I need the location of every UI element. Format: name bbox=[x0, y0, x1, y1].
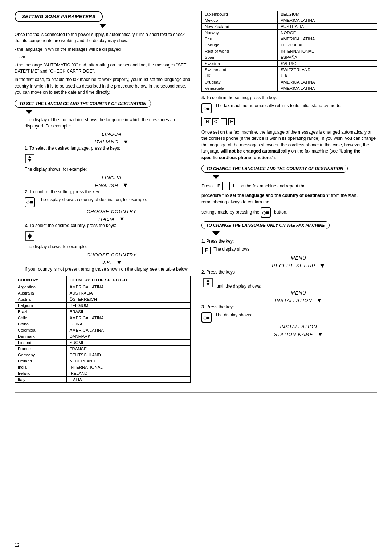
step-2: 2. To confirm the setting, press the key… bbox=[25, 189, 191, 194]
table-cell: DEUTSCHLAND bbox=[66, 352, 190, 358]
table-cell: Rest of world bbox=[202, 48, 278, 54]
display-recept-row: RECEPT. SET-UP ▼ bbox=[220, 262, 377, 270]
table-cell: NEDERLAND bbox=[66, 358, 190, 364]
table-cell: PORTUGAL bbox=[278, 42, 377, 48]
step-1-text: To select the desired language, press th… bbox=[29, 146, 120, 151]
change-step-1-num: 1. bbox=[201, 239, 205, 244]
display-station: STATION NAME bbox=[274, 332, 313, 337]
display-italiano: ITALIANO bbox=[94, 139, 118, 145]
table-cell: Ireland bbox=[15, 370, 67, 377]
table-cell: AMERICA LATINA bbox=[66, 327, 190, 333]
until-display-shows: until the display shows: bbox=[216, 284, 261, 289]
updown-keys3: until the display shows: bbox=[203, 278, 377, 289]
country-table-continued: LuxembourgBELGIUMMexicoAMERICA LATINANew… bbox=[201, 11, 377, 92]
updown-arrow-icon3 bbox=[203, 278, 213, 288]
table-cell: AUSTRALIA bbox=[278, 24, 377, 30]
table-row: New ZealandAUSTRALIA bbox=[202, 24, 377, 30]
arrow-right-icon: ▼ bbox=[123, 139, 129, 145]
table-cell: Argentina bbox=[15, 284, 67, 290]
table-row: VenezuelaAMERICA LATINA bbox=[202, 85, 377, 92]
set-lang-desc: The display of the fax machine shows the… bbox=[25, 117, 191, 130]
change-lang-only-section: To Change The Language Only On The Fax M… bbox=[201, 221, 377, 338]
table-row: FinlandSUOMI bbox=[15, 340, 191, 346]
note-text3: "). bbox=[272, 155, 276, 160]
change-step-3-num: 3. bbox=[201, 304, 205, 309]
display-country-label: The display shows a country of destinati… bbox=[38, 197, 147, 202]
arrow-right-icon6: ▼ bbox=[317, 297, 322, 304]
display-italia: ITALIA bbox=[98, 216, 115, 222]
section-arrow bbox=[99, 24, 106, 28]
table-cell: Chile bbox=[15, 315, 67, 321]
table-cell: AUSTRALIA bbox=[66, 290, 190, 296]
step3-diamond-icon: ◇■ bbox=[203, 315, 210, 320]
plus-text: + bbox=[225, 183, 228, 189]
arrow-right-icon3: ▼ bbox=[119, 216, 125, 222]
svg-rect-6 bbox=[204, 278, 212, 287]
change-lang-country-press: Press F + I on the fax machine and repea… bbox=[201, 182, 377, 190]
f-key-row: F The display shows: bbox=[201, 247, 377, 254]
set-lang-country-header: To set the language and the country of d… bbox=[15, 100, 151, 108]
table-cell: BRASIL bbox=[66, 309, 190, 315]
display-menu2: MENU bbox=[220, 290, 377, 296]
table-cell: Spain bbox=[202, 54, 278, 61]
table-row: PeruAMERICA LATINA bbox=[202, 36, 377, 42]
intro-p1: Once the fax is connected to the power s… bbox=[15, 32, 191, 44]
step3-confirm-icon: ◇■ bbox=[201, 312, 212, 323]
settings-confirm-icon: ◇■ bbox=[261, 207, 271, 218]
display-uk-row: U.K. ▼ bbox=[33, 259, 191, 266]
table-cell: SUOMI bbox=[66, 340, 190, 346]
table-cell: BELGIUM bbox=[66, 303, 190, 309]
change-lang-only-arrow bbox=[212, 231, 220, 236]
table-cell: Sweden bbox=[202, 61, 278, 67]
display-lingua-italiano: LINGUA ITALIANO ▼ bbox=[33, 131, 191, 146]
change-lang-procedure-text: procedure "To set the language and the c… bbox=[201, 193, 377, 205]
svg-rect-3 bbox=[25, 232, 34, 240]
table-row: BelgiumBELGIUM bbox=[15, 303, 191, 309]
step-1-num: 1. bbox=[25, 146, 28, 151]
updown-arrow-icon bbox=[25, 154, 35, 164]
change-step-1-text: Press the key: bbox=[206, 239, 234, 244]
display-recept: RECEPT. SET-UP bbox=[272, 263, 315, 268]
note-o: O bbox=[212, 118, 219, 125]
note-e: E bbox=[228, 118, 235, 125]
table-cell: Switzerland bbox=[202, 67, 278, 73]
table-row: IrelandIRELAND bbox=[15, 370, 191, 377]
step4-confirm-icon: ◇■ bbox=[201, 103, 212, 113]
table-cell: INTERNATIONAL bbox=[66, 364, 190, 370]
change-step-2-num: 2. bbox=[201, 270, 205, 275]
change-lang-settings-text: settings made by pressing the ◇■ button. bbox=[201, 207, 377, 218]
confirm-key-icon: ◇■ bbox=[25, 197, 35, 207]
table-cell: AMERICA LATINA bbox=[278, 17, 377, 24]
svg-marker-1 bbox=[28, 156, 32, 158]
right-column: LuxembourgBELGIUMMexicoAMERICA LATINANew… bbox=[201, 11, 377, 386]
arrow-right-icon7: ▼ bbox=[317, 331, 323, 338]
svg-marker-7 bbox=[206, 280, 210, 282]
display-italiano-row: ITALIANO ▼ bbox=[33, 138, 191, 146]
arrow-right-icon2: ▼ bbox=[123, 182, 128, 189]
table-row: ChinaCHINA bbox=[15, 321, 191, 327]
svg-marker-2 bbox=[28, 159, 32, 162]
intro-list-item-2: the message "AUTOMATIC 00" and, alternat… bbox=[15, 62, 191, 75]
table-cell: Australia bbox=[15, 290, 67, 296]
f-key: F bbox=[215, 182, 223, 190]
display-choose-country2-text: CHOOSE COUNTRY bbox=[33, 252, 191, 258]
page-number: 12 bbox=[15, 543, 19, 548]
set-lang-country-section: To set the language and the country of d… bbox=[15, 100, 191, 273]
table-cell: INTERNATIONAL bbox=[278, 48, 377, 54]
table-cell: Uruguay bbox=[202, 79, 278, 85]
step-3-num: 3. bbox=[25, 223, 28, 228]
display-menu1: MENU bbox=[220, 255, 377, 261]
step3-display-label: The display shows: bbox=[215, 312, 252, 317]
display-shows-1: The display shows, for example: bbox=[25, 166, 191, 173]
intro-list-item-1: the language in which the messages will … bbox=[15, 46, 191, 53]
table-row: ChileAMERICA LATINA bbox=[15, 315, 191, 321]
page-layout: Setting Some Parameters Once the fax is … bbox=[15, 11, 377, 386]
table-row: ColombiaAMERICA LATINA bbox=[15, 327, 191, 333]
change-display-label: The display shows: bbox=[213, 247, 250, 252]
table-cell: China bbox=[15, 321, 67, 327]
table-cell: Portugal bbox=[202, 42, 278, 48]
table-cell: NORGE bbox=[278, 30, 377, 36]
table-row: SpainESPAÑA bbox=[202, 54, 377, 61]
table-cell: Austria bbox=[15, 296, 67, 303]
table-cell: UK bbox=[202, 73, 278, 79]
